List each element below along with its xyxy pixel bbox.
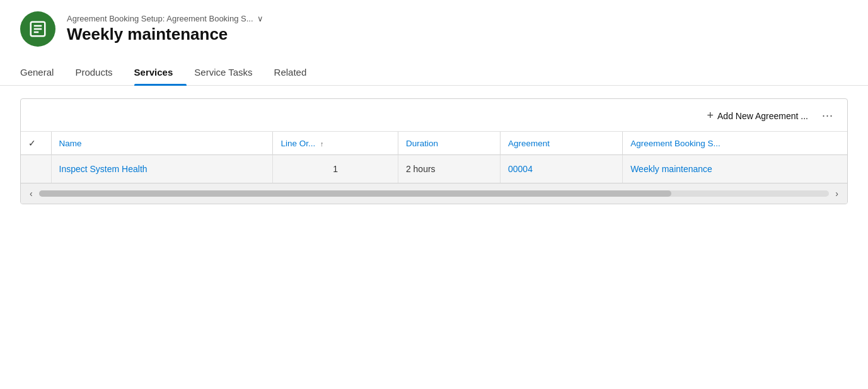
col-line-order[interactable]: Line Or... ↑ bbox=[273, 132, 398, 155]
col-agreement[interactable]: Agreement bbox=[501, 132, 623, 155]
row-line-order-cell: 1 bbox=[273, 155, 398, 183]
row-duration-cell: 2 hours bbox=[398, 155, 500, 183]
tab-general[interactable]: General bbox=[20, 61, 67, 85]
tab-related[interactable]: Related bbox=[274, 61, 321, 85]
page-title: Weekly maintenance bbox=[67, 25, 263, 44]
row-booking-setup-link[interactable]: Weekly maintenance bbox=[630, 164, 712, 174]
table-toolbar: + Add New Agreement ... ··· bbox=[21, 99, 847, 132]
row-agreement-link[interactable]: 00004 bbox=[508, 164, 533, 174]
agreement-booking-icon bbox=[28, 20, 47, 38]
breadcrumb: Agreement Booking Setup: Agreement Booki… bbox=[67, 14, 263, 23]
more-options-button[interactable]: ··· bbox=[818, 107, 837, 125]
page-header: Agreement Booking Setup: Agreement Booki… bbox=[0, 0, 868, 54]
tab-services[interactable]: Services bbox=[134, 61, 187, 85]
tab-products[interactable]: Products bbox=[75, 61, 126, 85]
col-check[interactable]: ✓ bbox=[21, 132, 51, 155]
app-icon bbox=[20, 11, 55, 47]
col-name[interactable]: Name bbox=[51, 132, 273, 155]
col-duration[interactable]: Duration bbox=[398, 132, 500, 155]
sort-icon: ↑ bbox=[320, 140, 324, 148]
row-check-cell[interactable] bbox=[21, 155, 51, 183]
tab-service-tasks[interactable]: Service Tasks bbox=[194, 61, 266, 85]
col-booking-setup[interactable]: Agreement Booking S... bbox=[623, 132, 847, 155]
header-text-block: Agreement Booking Setup: Agreement Booki… bbox=[67, 14, 263, 44]
table-card: + Add New Agreement ... ··· ✓ Name Line … bbox=[20, 98, 848, 204]
add-new-label: Add New Agreement ... bbox=[717, 111, 808, 121]
breadcrumb-text: Agreement Booking Setup: Agreement Booki… bbox=[67, 14, 253, 23]
tab-bar: General Products Services Service Tasks … bbox=[0, 61, 868, 86]
row-name-cell[interactable]: Inspect System Health bbox=[51, 155, 273, 183]
breadcrumb-chevron-icon[interactable]: ∨ bbox=[257, 14, 263, 23]
add-new-button[interactable]: + Add New Agreement ... bbox=[702, 107, 813, 125]
horizontal-scrollbar[interactable]: ‹ › bbox=[21, 183, 847, 204]
scroll-left-icon[interactable]: ‹ bbox=[26, 187, 37, 200]
row-booking-setup-cell[interactable]: Weekly maintenance bbox=[623, 155, 847, 183]
main-content: + Add New Agreement ... ··· ✓ Name Line … bbox=[0, 86, 868, 217]
row-name-link[interactable]: Inspect System Health bbox=[59, 164, 148, 174]
scroll-right-icon[interactable]: › bbox=[831, 187, 842, 200]
row-agreement-cell[interactable]: 00004 bbox=[501, 155, 623, 183]
plus-icon: + bbox=[707, 109, 714, 122]
scroll-thumb[interactable] bbox=[39, 190, 671, 197]
scroll-track[interactable] bbox=[39, 190, 830, 197]
table-row: Inspect System Health 1 2 hours 00004 We… bbox=[21, 155, 847, 183]
services-table: ✓ Name Line Or... ↑ Duration Agreement bbox=[21, 132, 847, 183]
table-header-row: ✓ Name Line Or... ↑ Duration Agreement bbox=[21, 132, 847, 155]
